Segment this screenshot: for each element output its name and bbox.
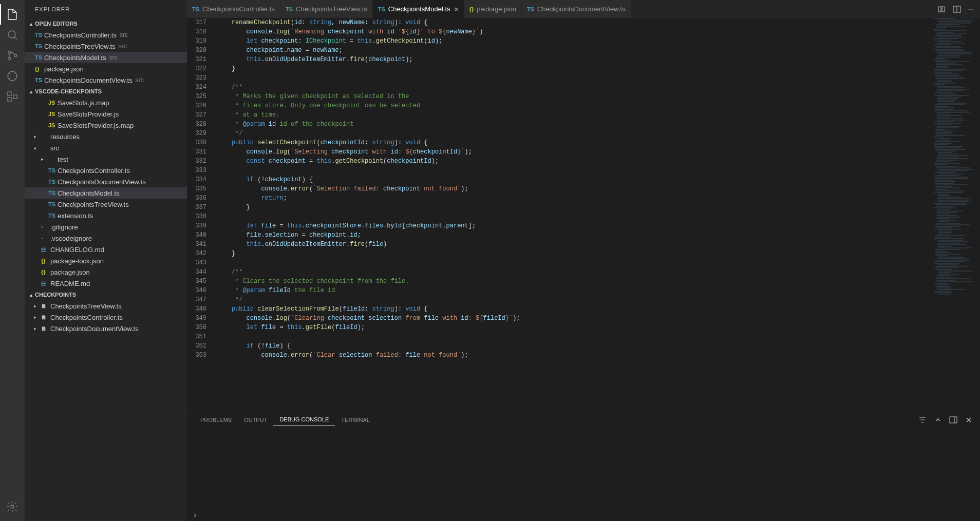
tree-item-label: .gitignore bbox=[50, 223, 78, 231]
panel-tab[interactable]: TERMINAL bbox=[335, 414, 376, 426]
tree-item[interactable]: ▸test bbox=[25, 153, 187, 165]
open-editors-header[interactable]: ▴OPEN EDITORS bbox=[25, 18, 187, 29]
tree-item[interactable]: TSCheckpointsModel.ts bbox=[25, 187, 187, 199]
tab-label: CheckpointsDocumentView.ts bbox=[537, 5, 626, 13]
file-dir: src bbox=[109, 54, 118, 61]
chevron-icon: ▸ bbox=[34, 326, 41, 331]
file-type-icon: TS bbox=[35, 43, 44, 49]
tab-label: package.json bbox=[477, 5, 516, 13]
editor[interactable]: 317 318 319 320 321 322 323 324 325 326 … bbox=[187, 18, 980, 411]
tree-item-label: .vscodeignore bbox=[50, 235, 92, 242]
svg-rect-10 bbox=[942, 7, 945, 12]
tree-item-label: SaveSlots.js.map bbox=[58, 99, 109, 107]
file-type-icon: ◦ bbox=[41, 224, 50, 230]
expand-up-icon[interactable] bbox=[934, 416, 942, 424]
tree-item[interactable]: JSSaveSlotsProvider.js.map bbox=[25, 120, 187, 131]
file-type-icon: TS bbox=[48, 213, 58, 219]
close-tab-icon[interactable]: × bbox=[455, 5, 459, 13]
file-dir: src bbox=[136, 76, 144, 84]
filter-icon[interactable] bbox=[918, 416, 927, 424]
file-icon: 🗎 bbox=[41, 303, 50, 309]
source-control-icon[interactable] bbox=[0, 45, 25, 66]
tree-item-label: src bbox=[50, 144, 59, 152]
code-content[interactable]: renameCheckpoint(id: string, newName: st… bbox=[217, 18, 931, 411]
editor-tab[interactable]: TSCheckpointsController.ts bbox=[187, 0, 280, 18]
file-type-icon: TS bbox=[48, 190, 58, 196]
tree-item[interactable]: ◦.vscodeignore bbox=[25, 233, 187, 244]
file-icon: 🗎 bbox=[41, 314, 50, 320]
minimap[interactable] bbox=[931, 18, 980, 411]
open-editor-item[interactable]: {}package.json bbox=[25, 63, 187, 74]
tree-item-label: SaveSlotsProvider.js bbox=[58, 110, 119, 118]
tree-item-label: CheckpointsTreeView.ts bbox=[58, 201, 129, 208]
checkpoint-label: CheckpointsController.ts bbox=[50, 314, 123, 321]
debug-icon[interactable] bbox=[0, 66, 25, 86]
open-editor-item[interactable]: TSCheckpointsModel.tssrc bbox=[25, 52, 187, 63]
main-area: TSCheckpointsController.tsTSCheckpointsT… bbox=[187, 0, 980, 521]
chevron-icon: ▸ bbox=[34, 315, 41, 320]
tree-item[interactable]: ⊟README.md bbox=[25, 278, 187, 289]
more-icon[interactable]: ··· bbox=[968, 5, 974, 13]
file-type-icon: TS bbox=[48, 201, 58, 207]
panel-tab[interactable]: DEBUG CONSOLE bbox=[273, 413, 335, 426]
tree-item[interactable]: JSSaveSlotsProvider.js bbox=[25, 108, 187, 120]
editor-tab[interactable]: {}package.json bbox=[464, 0, 522, 18]
open-editor-item[interactable]: TSCheckpointsTreeView.tssrc bbox=[25, 41, 187, 52]
search-icon[interactable] bbox=[0, 25, 25, 45]
panel-toggle-icon[interactable] bbox=[949, 416, 957, 424]
file-name: CheckpointsModel.ts bbox=[44, 54, 106, 62]
svg-point-8 bbox=[11, 505, 14, 508]
tree-item[interactable]: {}package.json bbox=[25, 266, 187, 278]
tree-item-label: SaveSlotsProvider.js.map bbox=[58, 122, 134, 129]
tree-item[interactable]: TSCheckpointsDocumentView.ts bbox=[25, 176, 187, 187]
file-type-icon: {} bbox=[469, 6, 474, 12]
editor-tab[interactable]: TSCheckpointsDocumentView.ts bbox=[522, 0, 631, 18]
checkpoint-item[interactable]: ▸🗎CheckpointsController.ts bbox=[25, 312, 187, 323]
compare-icon[interactable] bbox=[937, 5, 946, 13]
file-type-icon: TS bbox=[527, 6, 534, 12]
svg-point-1 bbox=[8, 51, 11, 54]
open-editor-item[interactable]: TSCheckpointsController.tssrc bbox=[25, 29, 187, 41]
file-dir: src bbox=[120, 31, 128, 38]
split-editor-icon[interactable] bbox=[953, 5, 961, 13]
tree-item[interactable]: {}package-lock.json bbox=[25, 255, 187, 266]
svg-rect-9 bbox=[938, 7, 941, 12]
tree-item-label: CHANGELOG.md bbox=[50, 246, 104, 254]
tree-item-label: CheckpointsController.ts bbox=[58, 167, 130, 175]
tree-item-label: test bbox=[58, 156, 68, 163]
panel-tab[interactable]: OUTPUT bbox=[238, 414, 273, 426]
chevron-icon: ▸ bbox=[41, 157, 48, 162]
extensions-icon[interactable] bbox=[0, 86, 25, 107]
breadcrumb[interactable] bbox=[187, 510, 980, 521]
checkpoints-header[interactable]: ▴CHECKPOINTS bbox=[25, 289, 187, 300]
tree-item[interactable]: TSextension.ts bbox=[25, 210, 187, 221]
panel-tab[interactable]: PROBLEMS bbox=[194, 414, 238, 426]
checkpoint-item[interactable]: ▸🗎CheckpointsTreeView.ts bbox=[25, 300, 187, 312]
file-type-icon: TS bbox=[48, 167, 58, 173]
file-name: CheckpointsTreeView.ts bbox=[44, 43, 116, 50]
open-editor-item[interactable]: TSCheckpointsDocumentView.tssrc bbox=[25, 74, 187, 86]
explorer-icon[interactable] bbox=[0, 4, 25, 25]
tree-item[interactable]: TSCheckpointsTreeView.ts bbox=[25, 199, 187, 210]
editor-tab[interactable]: TSCheckpointsTreeView.ts bbox=[280, 0, 373, 18]
editor-tab[interactable]: TSCheckpointsModel.ts× bbox=[373, 0, 464, 18]
tree-item[interactable]: JSSaveSlots.js.map bbox=[25, 97, 187, 108]
tree-item[interactable]: TSCheckpointsController.ts bbox=[25, 165, 187, 176]
tree-item[interactable]: ▸resources bbox=[25, 131, 187, 142]
tree-item-label: README.md bbox=[50, 280, 90, 287]
svg-rect-5 bbox=[8, 92, 11, 95]
settings-gear-icon[interactable] bbox=[0, 496, 25, 517]
checkpoint-label: CheckpointsDocumentView.ts bbox=[50, 325, 139, 333]
chevron-icon: ▸ bbox=[34, 303, 41, 308]
tab-label: CheckpointsController.ts bbox=[202, 5, 275, 13]
close-panel-icon[interactable] bbox=[965, 416, 973, 424]
checkpoint-item[interactable]: ▸🗎CheckpointsDocumentView.ts bbox=[25, 323, 187, 334]
file-name: CheckpointsController.ts bbox=[44, 31, 117, 39]
checkpoint-label: CheckpointsTreeView.ts bbox=[50, 302, 122, 310]
tree-item[interactable]: ◦.gitignore bbox=[25, 221, 187, 233]
workspace-header[interactable]: ▴VSCODE-CHECKPOINTS bbox=[25, 86, 187, 97]
tree-item-label: extension.ts bbox=[58, 212, 93, 220]
svg-point-3 bbox=[14, 54, 17, 57]
tree-item[interactable]: ▴src bbox=[25, 142, 187, 153]
tree-item[interactable]: ⊟CHANGELOG.md bbox=[25, 244, 187, 255]
